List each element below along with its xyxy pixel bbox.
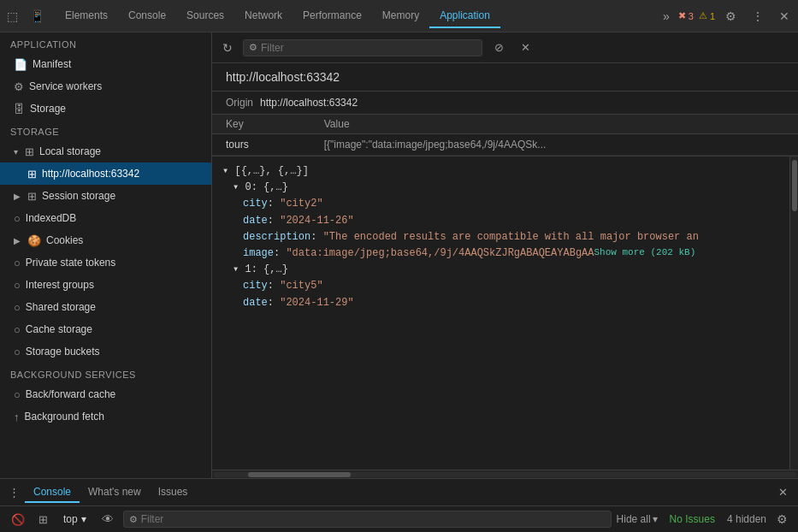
issues-settings-icon[interactable]: ⚙ — [773, 511, 791, 528]
cell-key: tours — [212, 134, 310, 156]
more-tabs-icon[interactable]: » — [659, 6, 673, 27]
close-panel-icon[interactable]: ✕ — [771, 482, 795, 502]
json-city1: city : "city5" — [222, 278, 779, 294]
back-forward-icon: ○ — [14, 388, 21, 401]
devtools-icons: ⬚ 📱 — [3, 6, 48, 27]
error-badge: ✖ 3 — [678, 10, 694, 21]
sidebar-item-storage-buckets[interactable]: ○ Storage buckets — [0, 340, 211, 363]
h-scroll-bar[interactable] — [212, 470, 798, 478]
no-button[interactable]: ⊘ — [489, 39, 509, 56]
city1-key: city — [243, 278, 268, 294]
hide-all-label: Hide all — [617, 513, 651, 525]
item0-label: 0: {,…} — [245, 180, 287, 196]
warn-icon: ⚠ — [699, 10, 707, 21]
tab-application[interactable]: Application — [429, 4, 500, 28]
root-arrow[interactable]: ▾ — [222, 163, 234, 180]
device-icon[interactable]: 📱 — [27, 6, 48, 27]
json-date: date : "2024-11-26" — [222, 213, 779, 229]
bottom-tab-console[interactable]: Console — [25, 482, 80, 503]
bottom-filter-wrap: ⚙ — [123, 511, 612, 528]
panel-bottom: ▾ [{,…}, {,…}] ▾ 0: {,…} city : "city2" … — [212, 157, 798, 470]
tab-elements[interactable]: Elements — [55, 4, 118, 28]
indexeddb-label: IndexedDB — [26, 212, 76, 224]
bottom-toolbar: 🚫 ⊞ top ▾ 👁 ⚙ Hide all ▾ No Issues 4 hid… — [0, 506, 798, 532]
filter-wrap: ⚙ — [243, 39, 482, 56]
sidebar-item-indexeddb[interactable]: ○ IndexedDB — [0, 207, 211, 229]
sidebar-item-session-storage[interactable]: ▶ ⊞ Session storage — [0, 185, 211, 207]
sidebar-item-private-state[interactable]: ○ Private state tokens — [0, 251, 211, 274]
cell-value: [{"image":"data:image/jpeg;base64,/9j/4A… — [310, 134, 798, 156]
sidebar: Application 📄 Manifest ⚙ Service workers… — [0, 33, 212, 478]
interest-groups-icon: ○ — [14, 279, 21, 292]
storage-icon: 🗄 — [14, 103, 25, 115]
desc-val: "The encoded results are compatible with… — [323, 229, 699, 245]
storage-buckets-icon: ○ — [14, 346, 21, 358]
context-selector[interactable]: top ▾ — [57, 511, 92, 528]
date-key: date — [243, 213, 268, 229]
hide-all-button[interactable]: Hide all ▾ — [617, 513, 658, 525]
image-val: "data:image/jpeg;base64,/9j/4AAQSkZJRgAB… — [286, 245, 594, 262]
sidebar-item-localhost[interactable]: ⊞ http://localhost:63342 — [0, 163, 211, 185]
tab-sources[interactable]: Sources — [176, 4, 234, 28]
json-desc: description : "The encoded results are c… — [222, 229, 779, 245]
inspect-icon[interactable]: ⬚ — [3, 6, 21, 27]
bottom-toolbar-right: Hide all ▾ No Issues 4 hidden ⚙ — [617, 511, 791, 528]
city1-colon: : — [268, 278, 280, 294]
no-issues-badge: No Issues — [665, 512, 720, 526]
service-workers-label: Service workers — [29, 80, 102, 92]
clear-console-icon[interactable]: 🚫 — [7, 511, 29, 528]
tab-console[interactable]: Console — [118, 4, 176, 28]
filter-input[interactable] — [261, 42, 476, 54]
settings-icon[interactable]: ⚙ — [720, 6, 742, 27]
item1-arrow[interactable]: ▾ — [233, 262, 245, 278]
error-count: 3 — [689, 11, 694, 21]
image-colon: : — [274, 245, 286, 262]
item1-label: 1: {,…} — [245, 262, 287, 278]
expand-arrow-local: ▾ — [14, 147, 18, 157]
sidebar-item-bg-fetch[interactable]: ↑ Background fetch — [0, 405, 211, 428]
bottom-more-icon[interactable]: ⋮ — [3, 482, 25, 502]
sidebar-item-cache-storage[interactable]: ○ Cache storage — [0, 318, 211, 340]
show-more-link[interactable]: Show more (202 kB) — [594, 245, 695, 261]
json-date1: date : "2024-11-29" — [222, 295, 779, 311]
tab-bar: ⬚ 📱 Elements Console Sources Network Per… — [0, 0, 798, 33]
warn-badge: ⚠ 1 — [699, 10, 715, 21]
bottom-tab-issues[interactable]: Issues — [150, 482, 197, 503]
warn-count: 1 — [710, 11, 715, 21]
refresh-button[interactable]: ↻ — [219, 39, 236, 56]
tab-memory[interactable]: Memory — [372, 4, 429, 28]
root-bracket: [{,…}, {,…}] — [234, 163, 308, 180]
table-row[interactable]: tours [{"image":"data:image/jpeg;base64,… — [212, 134, 798, 156]
bottom-filter-icon: ⚙ — [129, 514, 138, 525]
bottom-tab-whats-new[interactable]: What's new — [80, 482, 150, 503]
json-item0: ▾ 0: {,…} — [222, 180, 779, 196]
cache-storage-label: Cache storage — [26, 323, 92, 335]
tab-network[interactable]: Network — [234, 4, 293, 28]
sidebar-item-manifest[interactable]: 📄 Manifest — [0, 53, 211, 75]
toggle-sidebar-icon[interactable]: ⊞ — [34, 511, 52, 528]
sidebar-item-service-workers[interactable]: ⚙ Service workers — [0, 75, 211, 98]
back-forward-label: Back/forward cache — [26, 388, 115, 400]
clear-icon: ✕ — [521, 41, 530, 54]
clear-button[interactable]: ✕ — [516, 39, 535, 56]
session-storage-icon: ⊞ — [27, 190, 37, 203]
eye-button[interactable]: 👁 — [98, 511, 118, 528]
more-menu-icon[interactable]: ⋮ — [747, 6, 769, 27]
json-preview[interactable]: ▾ [{,…}, {,…}] ▾ 0: {,…} city : "city2" … — [212, 157, 789, 470]
interest-groups-label: Interest groups — [26, 279, 94, 291]
tab-performance[interactable]: Performance — [293, 4, 372, 28]
bottom-filter-input[interactable] — [141, 513, 606, 525]
close-devtools-icon[interactable]: ✕ — [774, 6, 795, 27]
origin-label: Origin — [226, 97, 253, 109]
panel-scrollbar[interactable] — [789, 157, 798, 470]
sidebar-item-back-forward[interactable]: ○ Back/forward cache — [0, 383, 211, 405]
kv-table: Key Value tours [{"image":"data:image/jp… — [212, 115, 798, 156]
sidebar-item-cookies[interactable]: ▶ 🍪 Cookies — [0, 229, 211, 251]
sidebar-item-interest-groups[interactable]: ○ Interest groups — [0, 274, 211, 296]
item0-arrow[interactable]: ▾ — [233, 180, 245, 196]
sidebar-item-local-storage[interactable]: ▾ ⊞ Local storage — [0, 140, 211, 163]
h-scroll-thumb — [248, 472, 351, 477]
panel-top: http://localhost:63342 Origin http://loc… — [212, 63, 798, 157]
sidebar-item-shared-storage[interactable]: ○ Shared storage — [0, 296, 211, 318]
sidebar-item-storage[interactable]: 🗄 Storage — [0, 98, 211, 120]
